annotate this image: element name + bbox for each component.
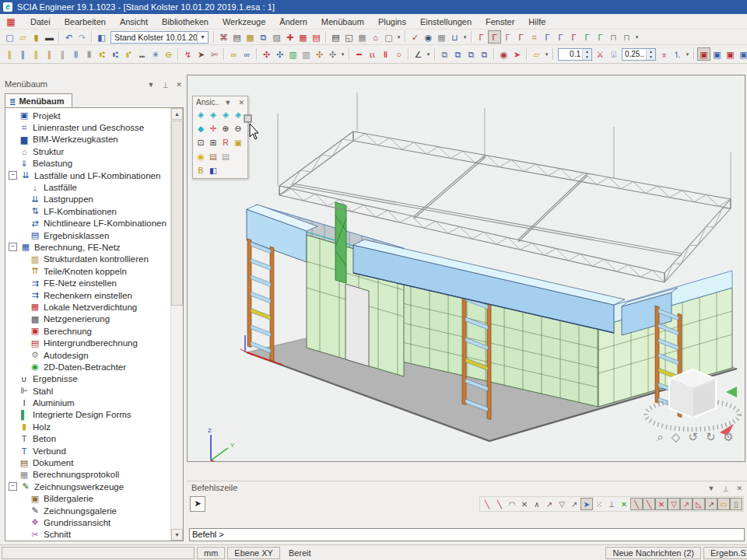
snap-building-icon[interactable]: ▯ bbox=[730, 498, 742, 510]
bridge-tool-icon[interactable]: ⌅ bbox=[658, 47, 671, 61]
menu-menübaum[interactable]: Menübaum bbox=[314, 16, 371, 28]
undo-icon[interactable]: ↶ bbox=[62, 30, 75, 44]
member-view-1-icon[interactable]: ∥ bbox=[3, 47, 16, 61]
tree-item-lf-kombinationen[interactable]: ⇅LF-Kombinationen bbox=[5, 205, 171, 217]
command-pin-icon[interactable]: ⊤ bbox=[723, 485, 729, 492]
menu-plugins[interactable]: Plugins bbox=[371, 16, 413, 28]
step-size-spinner[interactable]: 0.25.. ▲▼ bbox=[622, 48, 656, 61]
circle-tool-icon[interactable]: ○ bbox=[392, 47, 405, 61]
zoom-all-icon[interactable]: ⊞ bbox=[207, 136, 219, 149]
open-project-icon[interactable]: ▱ bbox=[16, 30, 30, 44]
model-3d-scene[interactable]: ZYX bbox=[188, 75, 745, 461]
tree-item-grundrissansicht[interactable]: ❖Grundrissansicht bbox=[5, 516, 171, 528]
snap-tri-icon[interactable]: ▽ bbox=[668, 498, 680, 510]
member-view-13-icon[interactable]: ⊖ bbox=[162, 47, 175, 61]
more-5-icon[interactable]: ▾ bbox=[425, 47, 432, 61]
beam-tool-12-icon[interactable]: ⊓ bbox=[620, 30, 633, 44]
angle-tool-icon[interactable]: ∠ bbox=[412, 47, 425, 61]
tree-item-struktur[interactable]: ⌂Struktur bbox=[5, 145, 171, 157]
snap-size-down-icon[interactable]: ▼ bbox=[583, 54, 591, 60]
beam-tool-6-icon[interactable]: Γ bbox=[541, 30, 554, 44]
command-dropdown-icon[interactable]: ▼ bbox=[708, 485, 715, 492]
tree-item-lastfälle-und-lf-kombinationen[interactable]: −⇊Lastfälle und LF-Kombinationen bbox=[5, 170, 171, 181]
status-messages-button[interactable]: Neue Nachrichten (2) bbox=[605, 547, 701, 559]
beam-tool-1-icon[interactable]: Γ bbox=[475, 30, 488, 44]
nav-orbit-icon[interactable]: ↺ bbox=[688, 430, 698, 444]
nav-pan-icon[interactable]: ↻ bbox=[706, 430, 716, 444]
engineer-2-icon[interactable]: ✣ bbox=[273, 47, 286, 61]
scroll-up-icon[interactable]: ▲ bbox=[171, 108, 183, 120]
print-icon[interactable]: ▤ bbox=[329, 30, 342, 44]
view-x-icon[interactable]: ◈ bbox=[195, 108, 207, 121]
check-data-icon[interactable]: ✓ bbox=[409, 30, 422, 44]
member-view-3-icon[interactable]: ∥ bbox=[30, 47, 43, 61]
tree-expander-icon[interactable]: − bbox=[9, 243, 17, 251]
light-toggle-icon[interactable]: ◉ bbox=[195, 150, 207, 163]
tree-item-berechnung[interactable]: ▣Berechnung bbox=[5, 325, 171, 337]
tree-item-beton[interactable]: TBeton bbox=[5, 433, 171, 445]
tree-item-schnitt[interactable]: ✂Schnitt bbox=[5, 529, 171, 541]
sidebar-close-icon[interactable]: ✕ bbox=[176, 81, 182, 89]
section-tool-2-icon[interactable]: ▣ bbox=[710, 47, 724, 61]
beam-tool-11-icon[interactable]: ⊓ bbox=[607, 30, 620, 44]
snap-vec-2-icon[interactable]: ◺ bbox=[693, 498, 705, 510]
view-axes-icon[interactable]: ✛ bbox=[207, 122, 219, 135]
sidebar-dropdown-icon[interactable]: ▼ bbox=[148, 81, 155, 89]
snap-cursor-icon[interactable]: ➤ bbox=[580, 498, 593, 510]
section-tool-1-icon[interactable]: ▣ bbox=[697, 47, 710, 61]
zoom-in-icon[interactable]: ⊕ bbox=[219, 122, 232, 135]
tree-item-dokument[interactable]: ▤Dokument bbox=[5, 457, 171, 468]
eye-filter-icon[interactable]: ◉ bbox=[497, 47, 510, 61]
snap-line-2-icon[interactable]: ╲ bbox=[643, 498, 655, 510]
more-1-icon[interactable]: ▾ bbox=[395, 30, 402, 44]
tree-item-projekt[interactable]: ▣Projekt bbox=[5, 110, 171, 121]
more-2-icon[interactable]: ▾ bbox=[461, 30, 468, 44]
zoom-out-icon[interactable]: ⊖ bbox=[232, 122, 244, 135]
snap-midpoint-icon[interactable]: ╲ bbox=[493, 498, 506, 510]
tree-expander-icon[interactable]: − bbox=[9, 482, 17, 491]
layers-icon[interactable]: ▤ bbox=[230, 30, 244, 44]
snap-grid-icon[interactable]: ⁙ bbox=[593, 498, 605, 510]
menu-ansicht[interactable]: Ansicht bbox=[113, 16, 155, 28]
pointer-mode-button[interactable]: ➤ bbox=[190, 496, 205, 512]
snap-endpoint-icon[interactable]: ╲ bbox=[481, 498, 493, 510]
bim-view-icon[interactable]: B bbox=[195, 164, 207, 177]
view-z-icon[interactable]: ◈ bbox=[219, 108, 232, 121]
member-view-10-icon[interactable]: ⑈ bbox=[122, 47, 135, 61]
tree-item-ergebnisse[interactable]: ∪Ergebnisse bbox=[5, 373, 171, 385]
view-perspective-icon[interactable]: ◆ bbox=[195, 122, 207, 135]
tree-item-teile-knoten-koppeln[interactable]: ⇈Teile/Knoten koppeln bbox=[5, 265, 171, 277]
plane-cut-icon[interactable]: ✄ bbox=[208, 47, 221, 61]
more-7-icon[interactable]: ▾ bbox=[684, 47, 691, 61]
command-input[interactable]: Befehl > bbox=[189, 528, 745, 541]
scroll-down-icon[interactable]: ▼ bbox=[171, 529, 183, 541]
clip-box-icon[interactable]: ▣ bbox=[232, 136, 244, 149]
line-tool-icon[interactable]: ━ bbox=[352, 47, 366, 61]
tree-item-integrierte-design-forms[interactable]: ▌Integrierte Design Forms bbox=[5, 409, 171, 421]
menu-hilfe[interactable]: Hilfe bbox=[521, 16, 552, 28]
tree-item-linienraster-und-geschosse[interactable]: ⌗Linienraster und Geschosse bbox=[5, 121, 171, 133]
tree-expander-icon[interactable]: − bbox=[9, 171, 17, 180]
member-view-9-icon[interactable]: ⑆ bbox=[109, 47, 122, 61]
project-settings-icon[interactable]: ⌘ bbox=[217, 30, 230, 44]
tree-item-verbund[interactable]: TVerbund bbox=[5, 445, 171, 457]
tree-scrollbar[interactable]: ▲ ▼ bbox=[170, 108, 183, 541]
snap-ruler-icon[interactable]: ▭ bbox=[717, 498, 730, 510]
view-axo-icon[interactable]: ◈ bbox=[232, 108, 244, 121]
tree-item-belastung[interactable]: ⇓Belastung bbox=[5, 158, 171, 170]
view-y-icon[interactable]: ◈ bbox=[207, 108, 219, 121]
select-cursor-icon[interactable]: ➤ bbox=[195, 47, 208, 61]
notebook-icon[interactable]: ▨ bbox=[270, 30, 283, 44]
pair-tool-2-icon[interactable]: ∞ bbox=[240, 47, 254, 61]
zoom-window-icon[interactable]: ⊡ bbox=[195, 136, 207, 149]
menu-ändern[interactable]: Ändern bbox=[272, 16, 314, 28]
command-close-icon[interactable]: ✕ bbox=[736, 485, 742, 492]
search-icon[interactable]: ◉ bbox=[422, 30, 435, 44]
tree-item-netzgenerierung[interactable]: ▩Netzgenerierung bbox=[5, 313, 171, 325]
more-4-icon[interactable]: ▾ bbox=[339, 47, 346, 61]
unit-info-icon[interactable]: ⊔ bbox=[448, 30, 461, 44]
engineer-6-icon[interactable]: ✣ bbox=[326, 47, 339, 61]
beam-tool-7-icon[interactable]: Γ bbox=[554, 30, 567, 44]
nav-zoom-icon[interactable]: ⌕ bbox=[657, 430, 663, 444]
tree-item-bildergalerie[interactable]: ▣Bildergalerie bbox=[5, 493, 171, 505]
